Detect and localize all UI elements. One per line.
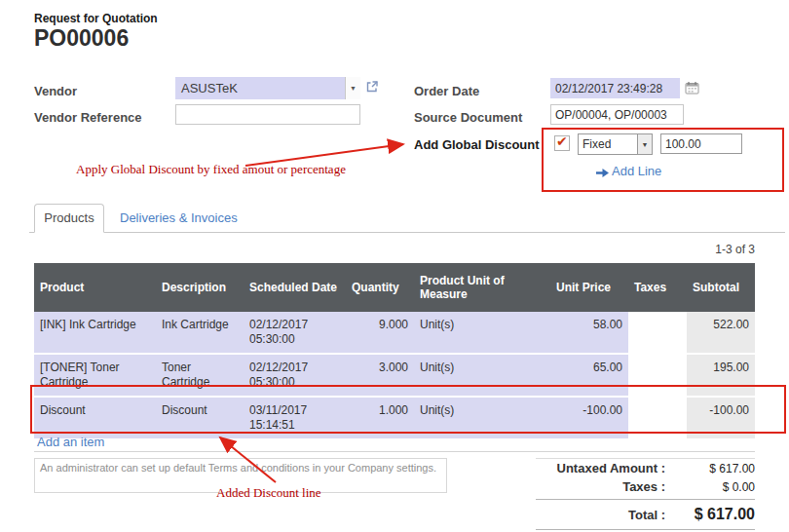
cell-scheduled-date: 02/12/2017 05:30:00 bbox=[244, 354, 346, 397]
vendor-reference-label: Vendor Reference bbox=[34, 110, 142, 125]
global-discount-label: Add Global Discount bbox=[414, 137, 540, 152]
notebook-tabbar: Products Deliveries & Invoices bbox=[29, 204, 785, 233]
add-line-link[interactable]: Add Line bbox=[612, 164, 661, 178]
column-header-taxes[interactable]: Taxes bbox=[628, 263, 687, 312]
column-header-product[interactable]: Product bbox=[34, 263, 156, 312]
column-header-quantity[interactable]: Quantity bbox=[346, 263, 414, 312]
column-header-description[interactable]: Description bbox=[156, 263, 244, 312]
vendor-reference-input[interactable] bbox=[175, 104, 360, 125]
add-an-item-link[interactable]: Add an item bbox=[37, 435, 104, 449]
discount-type-select[interactable]: Fixed ▼ bbox=[578, 133, 653, 155]
cell-unit-price: 65.00 bbox=[550, 354, 628, 397]
vendor-select[interactable]: ASUSTeK ▼ bbox=[175, 77, 360, 99]
cell-description: Toner Cartridge bbox=[156, 354, 244, 397]
order-lines-table: Product Description Scheduled Date Quant… bbox=[34, 263, 755, 440]
untaxed-amount-label: Untaxed Amount : bbox=[536, 461, 665, 475]
arrow-right-icon bbox=[596, 168, 609, 178]
cell-subtotal: 195.00 bbox=[687, 354, 755, 397]
column-header-subtotal[interactable]: Subtotal bbox=[687, 263, 755, 312]
source-document-label: Source Document bbox=[414, 110, 522, 125]
table-header-row: Product Description Scheduled Date Quant… bbox=[34, 263, 755, 312]
cell-uom: Unit(s) bbox=[414, 312, 550, 354]
discount-type-value: Fixed bbox=[579, 137, 637, 151]
vendor-label: Vendor bbox=[34, 84, 77, 98]
cell-uom: Unit(s) bbox=[414, 354, 550, 397]
total-value: $ 617.00 bbox=[665, 506, 755, 523]
total-row: Total : $ 617.00 bbox=[536, 499, 755, 530]
calendar-icon[interactable] bbox=[685, 81, 699, 95]
discount-amount-input[interactable] bbox=[660, 133, 742, 154]
column-header-uom[interactable]: Product Unit of Measure bbox=[414, 263, 550, 312]
column-header-scheduled-date[interactable]: Scheduled Date bbox=[244, 263, 346, 312]
order-date-label: Order Date bbox=[414, 84, 479, 98]
annotation-note-discount-line: Added Discount line bbox=[216, 485, 321, 501]
cell-taxes bbox=[628, 354, 687, 397]
annotation-note-global-discount: Apply Global Discount by fixed amout or … bbox=[76, 162, 346, 177]
tab-deliveries-invoices[interactable]: Deliveries & Invoices bbox=[120, 210, 238, 225]
taxes-value: $ 0.00 bbox=[665, 480, 755, 494]
vendor-select-value: ASUSTeK bbox=[175, 81, 345, 95]
cell-unit-price: 58.00 bbox=[550, 312, 628, 354]
untaxed-amount-value: $ 617.00 bbox=[665, 462, 755, 475]
page-title: PO00006 bbox=[34, 25, 129, 52]
rfq-form-page: Request for Quotation PO00006 Vendor ASU… bbox=[0, 0, 789, 532]
cell-product: [INK] Ink Cartridge bbox=[34, 312, 156, 354]
table-row[interactable]: [TONER] Toner Cartridge Toner Cartridge … bbox=[34, 354, 755, 397]
doc-type-label: Request for Quotation bbox=[34, 12, 158, 25]
add-item-row: Add an item bbox=[34, 431, 755, 452]
taxes-row: Taxes : $ 0.00 bbox=[536, 477, 755, 496]
totals-panel: Untaxed Amount : $ 617.00 Taxes : $ 0.00… bbox=[536, 458, 755, 530]
cell-taxes bbox=[628, 312, 687, 354]
table-row[interactable]: [INK] Ink Cartridge Ink Cartridge 02/12/… bbox=[34, 312, 755, 354]
chevron-down-icon: ▼ bbox=[637, 134, 652, 154]
external-link-icon[interactable] bbox=[365, 80, 379, 94]
order-date-input[interactable] bbox=[550, 78, 680, 98]
cell-product: [TONER] Toner Cartridge bbox=[34, 354, 156, 397]
untaxed-amount-row: Untaxed Amount : $ 617.00 bbox=[536, 459, 755, 477]
cell-quantity: 9.000 bbox=[346, 312, 414, 354]
tab-products[interactable]: Products bbox=[34, 204, 104, 233]
check-icon: ✔ bbox=[556, 133, 568, 149]
total-label: Total : bbox=[536, 508, 665, 522]
pager-range: 1-3 of 3 bbox=[715, 243, 755, 256]
chevron-down-icon: ▼ bbox=[345, 77, 360, 99]
cell-subtotal: 522.00 bbox=[687, 312, 755, 354]
cell-description: Ink Cartridge bbox=[156, 312, 244, 354]
taxes-label: Taxes : bbox=[536, 479, 665, 494]
source-document-input[interactable] bbox=[550, 104, 684, 125]
global-discount-checkbox[interactable]: ✔ bbox=[554, 135, 570, 151]
column-header-unit-price[interactable]: Unit Price bbox=[550, 263, 628, 312]
cell-scheduled-date: 02/12/2017 05:30:00 bbox=[244, 312, 346, 354]
cell-quantity: 3.000 bbox=[346, 354, 414, 397]
